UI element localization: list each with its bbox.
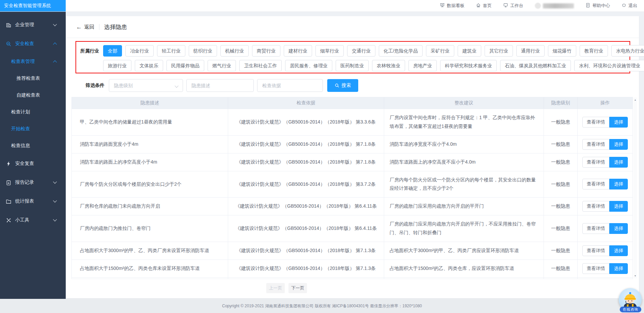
sidebar-item-小工具[interactable]: 小工具 [0, 211, 66, 230]
select-button[interactable]: 选择 [609, 139, 628, 150]
sidebar-item-检查表管理[interactable]: 检查表管理 [0, 53, 66, 70]
topnav-board[interactable]: 数据看板 [440, 3, 464, 9]
industry-button-民用爆炸物品[interactable]: 民用爆炸物品 [166, 60, 204, 71]
industry-label: 所属行业 [80, 45, 99, 57]
industry-button-冶金行业[interactable]: 冶金行业 [125, 45, 154, 57]
online-consult-widget[interactable]: 在线咨询 [619, 288, 642, 312]
sidebar-item-企业管理[interactable]: 企业管理 [0, 15, 66, 34]
cell-hazard-level: 一般隐患 [544, 215, 578, 242]
sidebar-item-报告记录[interactable]: 报告记录 [0, 173, 66, 192]
sidebar-item-检查信息[interactable]: 检查信息 [0, 137, 66, 154]
industry-button-文体娱乐[interactable]: 文体娱乐 [135, 60, 163, 71]
scroll-down-icon[interactable]: ▼ [634, 274, 637, 278]
topnav-logout[interactable]: 退出 [621, 3, 637, 9]
industry-button-轻工行业[interactable]: 轻工行业 [157, 45, 185, 57]
table-row: 厂房内的疏散门为推拉门、卷帘门《建筑设计防火规范》（GB50016-2014）（… [72, 215, 633, 242]
industry-button-水利、环境和公共设施管理业[interactable]: 水利、环境和公共设施管理业 [574, 60, 644, 71]
search-button[interactable]: 搜索 [327, 79, 358, 92]
sidebar-item-label: 报告记录 [15, 179, 34, 185]
industry-button-采矿行业[interactable]: 采矿行业 [426, 45, 454, 57]
industry-button-居民服务、修理业[interactable]: 居民服务、修理业 [285, 60, 332, 71]
select-button[interactable]: 选择 [609, 245, 628, 256]
user-avatar [535, 3, 541, 9]
industry-button-商贸行业[interactable]: 商贸行业 [252, 45, 280, 57]
search-label: 搜索 [342, 82, 351, 89]
cell-hazard-level: 一般隐患 [544, 260, 578, 277]
topnav-workbench[interactable]: 工作台 [503, 3, 523, 9]
industry-button-石油、煤炭及其他燃料加工业[interactable]: 石油、煤炭及其他燃料加工业 [500, 60, 571, 71]
table-row: 消防车道的路面宽度小于4m《建筑设计防火规范》（GB50016-2014）（20… [72, 135, 633, 153]
view-detail-button[interactable]: 查看详情 [582, 139, 609, 150]
industry-button-烟花爆竹[interactable]: 烟花爆竹 [548, 45, 576, 57]
scroll-up-icon[interactable]: ▲ [634, 98, 637, 102]
industry-button-纺织行业[interactable]: 纺织行业 [189, 45, 217, 57]
table-row-clipped [72, 277, 633, 279]
select-button[interactable]: 选择 [609, 223, 628, 234]
industry-button-旅游行业[interactable]: 旅游行业 [103, 60, 131, 71]
industry-button-通用行业[interactable]: 通用行业 [516, 45, 545, 57]
back-button[interactable]: ← 返回 [76, 24, 94, 30]
hazard-level-placeholder: 隐患级别 [114, 79, 133, 92]
industry-button-房地产业[interactable]: 房地产业 [408, 60, 437, 71]
view-detail-button[interactable]: 查看详情 [582, 117, 609, 128]
sidebar-item-label: 推荐检查表 [17, 75, 40, 81]
view-detail-button[interactable]: 查看详情 [582, 263, 609, 274]
view-detail-button[interactable]: 查看详情 [582, 179, 609, 189]
cell-hazard-desc: 消防车道的路面宽度小于4m [72, 136, 228, 153]
sidebar: 企业管理安全检查检查表管理推荐检查表自建检查表检查计划开始检查检查信息安全复查报… [0, 11, 66, 313]
select-button[interactable]: 选择 [609, 157, 628, 168]
industry-button-燃气行业[interactable]: 燃气行业 [208, 60, 236, 71]
home-icon [476, 3, 481, 9]
topnav-help-center[interactable]: 帮助中心 [585, 3, 610, 9]
workbench-icon [503, 3, 508, 9]
table-header-row: 隐患描述检查依据整改建议隐患级别操作 [72, 97, 633, 109]
view-detail-button[interactable]: 查看详情 [582, 223, 609, 234]
industry-button-交通行业[interactable]: 交通行业 [347, 45, 375, 57]
view-detail-button[interactable]: 查看详情 [582, 201, 609, 212]
sidebar-item-统计报表[interactable]: 统计报表 [0, 192, 66, 211]
sidebar-item-推荐检查表[interactable]: 推荐检查表 [0, 70, 66, 87]
industry-button-医药制造业[interactable]: 医药制造业 [336, 60, 369, 71]
industry-button-其它行业[interactable]: 其它行业 [485, 45, 513, 57]
industry-button-全部[interactable]: 全部 [103, 45, 122, 57]
user-account[interactable] [535, 3, 574, 9]
select-button[interactable]: 选择 [609, 179, 628, 189]
cell-actions: 查看详情选择 [578, 198, 633, 215]
table-scrollbar[interactable]: ▲ ▼ [634, 98, 637, 278]
hazard-desc-input[interactable] [186, 79, 254, 92]
select-button[interactable]: 选择 [609, 117, 628, 128]
hazard-level-select[interactable]: 隐患级别 [109, 79, 183, 92]
industry-button-科学研究和技术服务业[interactable]: 科学研究和技术服务业 [440, 60, 497, 71]
chevron-down-icon [53, 180, 57, 183]
industry-button-建材行业[interactable]: 建材行业 [284, 45, 312, 57]
prev-page-button[interactable]: 上一页 [266, 283, 285, 293]
industry-button-卫生和社会工作[interactable]: 卫生和社会工作 [239, 60, 282, 71]
cell-hazard-level: 一般隐患 [544, 171, 578, 198]
sidebar-item-label: 自建检查表 [17, 92, 40, 98]
content-card: ← 返回 选择隐患 所属行业 全部冶金行业轻工行业纺织行业机械行业商贸行业建材行… [66, 16, 639, 298]
view-detail-button[interactable]: 查看详情 [582, 157, 609, 168]
view-detail-button[interactable]: 查看详情 [582, 245, 609, 256]
sidebar-item-开始检查[interactable]: 开始检查 [0, 120, 66, 137]
sidebar-item-检查计划[interactable]: 检查计划 [0, 104, 66, 120]
page-header-row: ← 返回 选择隐患 [76, 16, 127, 38]
next-page-button[interactable]: 下一页 [288, 283, 307, 293]
industry-button-烟草行业[interactable]: 烟草行业 [315, 45, 344, 57]
sidebar-item-安全复查[interactable]: 安全复查 [0, 154, 66, 173]
sidebar-item-自建检查表[interactable]: 自建检查表 [0, 87, 66, 104]
topnav-home[interactable]: 首页 [476, 3, 492, 9]
filter-row: 筛选条件 隐患级别 搜索 [86, 79, 358, 92]
sidebar-item-label: 检查计划 [11, 109, 30, 115]
cell-hazard-desc: 厂房和仓库的疏散门未向疏散方向开启 [72, 198, 228, 215]
sidebar-item-安全检查[interactable]: 安全检查 [0, 34, 66, 53]
select-button[interactable]: 选择 [609, 263, 628, 274]
industry-button-化工/危险化学品[interactable]: 化工/危险化学品 [379, 45, 423, 57]
select-button[interactable]: 选择 [609, 201, 628, 212]
industry-button-水电热力行业[interactable]: 水电热力行业 [611, 45, 644, 57]
industry-button-农林牧渔业[interactable]: 农林牧渔业 [372, 60, 405, 71]
check-basis-input[interactable] [257, 79, 323, 92]
industry-button-建筑业[interactable]: 建筑业 [458, 45, 481, 57]
industry-button-机械行业[interactable]: 机械行业 [220, 45, 249, 57]
industry-button-教育行业[interactable]: 教育行业 [580, 45, 608, 57]
industry-filter-box: 所属行业 全部冶金行业轻工行业纺织行业机械行业商贸行业建材行业烟草行业交通行业化… [75, 41, 630, 73]
